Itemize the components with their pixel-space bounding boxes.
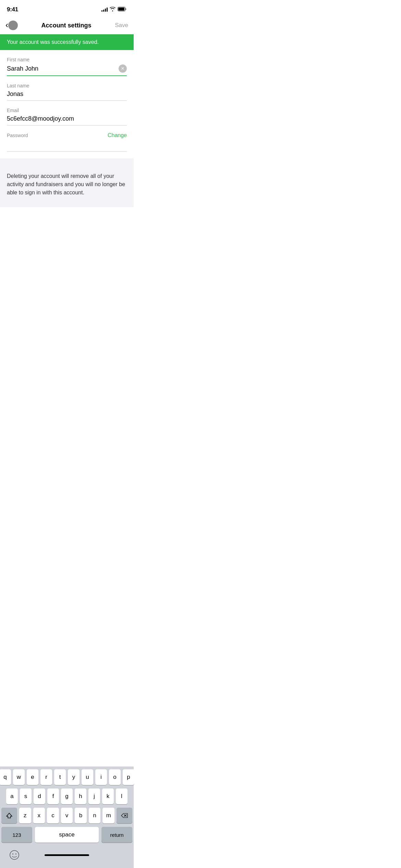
first-name-label: First name — [7, 57, 127, 62]
password-label: Password — [7, 133, 28, 138]
success-banner: Your account was successfully saved. — [0, 34, 134, 50]
back-chevron-icon: ‹ — [5, 21, 8, 29]
signal-icon — [101, 8, 108, 12]
form-area: First name Last name Email Password Chan… — [0, 50, 134, 152]
status-bar: 9:41 — [0, 0, 134, 17]
email-label: Email — [7, 108, 127, 113]
delete-account-section: Deleting your account will remove all of… — [0, 158, 134, 207]
first-name-clear-button[interactable] — [119, 64, 127, 73]
last-name-field: Last name — [7, 76, 127, 101]
first-name-input-row — [7, 64, 127, 76]
page-title: Account settings — [41, 22, 92, 29]
status-time: 9:41 — [7, 6, 18, 13]
nav-bar: ‹ Account settings Save — [0, 17, 134, 34]
back-button[interactable]: ‹ — [5, 21, 18, 30]
password-input[interactable] — [7, 141, 86, 148]
last-name-input[interactable] — [7, 91, 127, 98]
first-name-input[interactable] — [7, 65, 119, 72]
delete-account-text: Deleting your account will remove all of… — [7, 172, 127, 197]
status-icons — [101, 7, 127, 13]
first-name-field: First name — [7, 50, 127, 76]
email-input-row — [7, 115, 127, 125]
password-field: Password Change — [7, 125, 127, 152]
success-message: Your account was successfully saved. — [7, 39, 99, 45]
battery-icon — [118, 7, 127, 13]
last-name-input-row — [7, 91, 127, 101]
wifi-icon — [110, 7, 116, 13]
save-button[interactable]: Save — [115, 22, 128, 29]
password-input-row — [7, 141, 127, 152]
last-name-label: Last name — [7, 83, 127, 88]
svg-rect-1 — [118, 8, 124, 11]
email-input[interactable] — [7, 115, 127, 122]
back-avatar — [8, 21, 18, 30]
email-field: Email — [7, 101, 127, 125]
change-password-button[interactable]: Change — [108, 132, 127, 138]
